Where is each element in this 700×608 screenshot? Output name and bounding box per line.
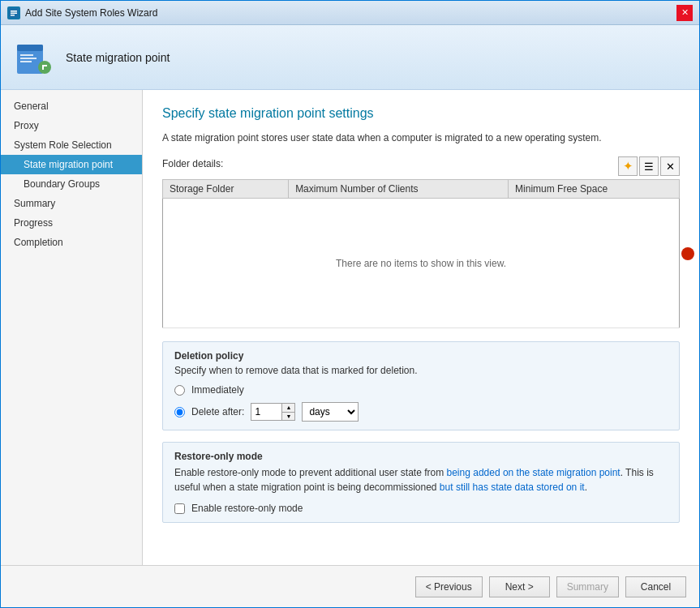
spinner-down-button[interactable]: ▼ (282, 413, 294, 421)
delete-after-label: Delete after: (191, 406, 244, 417)
restore-only-checkbox-row: Enable restore-only mode (174, 503, 668, 514)
folder-details-area: Folder details: ✦ ☰ ✕ (162, 156, 680, 176)
sidebar-item-state-migration-point[interactable]: State migration point (1, 155, 142, 174)
restore-only-section: Restore-only mode Enable restore-only mo… (162, 442, 680, 523)
app-icon (7, 6, 20, 19)
svg-rect-1 (11, 11, 17, 12)
spinner-buttons: ▲ ▼ (281, 404, 294, 420)
svg-point-9 (38, 61, 51, 74)
immediately-row: Immediately (174, 384, 668, 396)
sidebar-item-completion[interactable]: Completion (1, 233, 142, 252)
toolbar-icons: ✦ ☰ ✕ (618, 156, 680, 176)
folder-details-label: Folder details: (162, 158, 223, 169)
table-empty-message: There are no items to show in this view. (163, 199, 680, 328)
restore-only-checkbox[interactable] (174, 503, 185, 514)
highlight-2: but still has state data stored on it (440, 482, 585, 493)
immediately-label: Immediately (191, 384, 244, 396)
deletion-policy-section: Deletion policy Specify when to remove d… (162, 341, 680, 430)
svg-rect-2 (11, 12, 17, 14)
wizard-window: Add Site System Roles Wizard ✕ State mig… (0, 0, 700, 608)
col-min-free-space: Minimum Free Space (509, 180, 680, 199)
delete-folder-button[interactable]: ✕ (660, 156, 680, 176)
window-title: Add Site System Roles Wizard (25, 7, 157, 19)
content-area: General Proxy System Role Selection Stat… (1, 90, 699, 565)
restore-only-title: Restore-only mode (174, 451, 668, 462)
restore-only-desc: Enable restore-only mode to prevent addi… (174, 465, 668, 495)
cancel-button[interactable]: Cancel (625, 576, 686, 597)
deletion-policy-desc: Specify when to remove data that is mark… (174, 365, 668, 376)
deletion-policy-title: Deletion policy (174, 350, 668, 362)
sidebar-item-summary[interactable]: Summary (1, 194, 142, 213)
svg-rect-6 (20, 54, 33, 56)
col-storage-folder: Storage Folder (163, 180, 289, 199)
main-panel: Specify state migration point settings A… (143, 90, 699, 565)
wizard-icon (14, 38, 53, 77)
deletion-policy-radio-group: Immediately Delete after: ▲ ▼ (174, 384, 668, 422)
summary-button[interactable]: Summary (556, 576, 619, 597)
title-bar: Add Site System Roles Wizard ✕ (1, 1, 699, 25)
description-text: A state migration point stores user stat… (162, 132, 680, 143)
folder-table-container: Storage Folder Maximum Number of Clients… (162, 179, 680, 328)
immediately-radio[interactable] (174, 385, 185, 396)
folder-table: Storage Folder Maximum Number of Clients… (162, 179, 680, 328)
delete-after-spinbox: ▲ ▼ (251, 403, 295, 421)
add-folder-button[interactable]: ✦ (618, 156, 638, 176)
svg-rect-5 (17, 45, 43, 51)
next-button[interactable]: Next > (489, 576, 550, 597)
delete-after-input[interactable] (251, 404, 281, 420)
sidebar-item-boundary-groups[interactable]: Boundary Groups (1, 174, 142, 194)
header-title: State migration point (66, 51, 170, 64)
previous-button[interactable]: < Previous (415, 576, 483, 597)
page-title: Specify state migration point settings (162, 106, 680, 121)
header-bar: State migration point (1, 25, 699, 90)
table-empty-row: There are no items to show in this view. (163, 199, 680, 328)
sidebar-item-general[interactable]: General (1, 96, 142, 116)
sidebar: General Proxy System Role Selection Stat… (1, 90, 143, 565)
delete-after-row: Delete after: ▲ ▼ days weeks months (174, 402, 668, 422)
highlight-1: being added on the state migration point (447, 467, 621, 478)
close-button[interactable]: ✕ (676, 5, 693, 21)
scroll-indicator (681, 247, 694, 260)
days-select[interactable]: days weeks months (302, 402, 359, 422)
footer: < Previous Next > Summary Cancel (1, 565, 699, 607)
svg-rect-7 (20, 58, 37, 59)
col-max-clients: Maximum Number of Clients (289, 180, 509, 199)
delete-after-radio[interactable] (174, 407, 185, 417)
svg-rect-3 (11, 15, 15, 16)
edit-folder-button[interactable]: ☰ (639, 156, 659, 176)
title-bar-left: Add Site System Roles Wizard (7, 6, 157, 19)
svg-rect-8 (20, 61, 32, 62)
spinner-up-button[interactable]: ▲ (282, 404, 294, 413)
sidebar-item-system-role-selection[interactable]: System Role Selection (1, 135, 142, 155)
svg-rect-11 (42, 65, 47, 66)
restore-only-label: Enable restore-only mode (191, 503, 303, 514)
sidebar-item-progress[interactable]: Progress (1, 213, 142, 233)
sidebar-item-proxy[interactable]: Proxy (1, 116, 142, 135)
